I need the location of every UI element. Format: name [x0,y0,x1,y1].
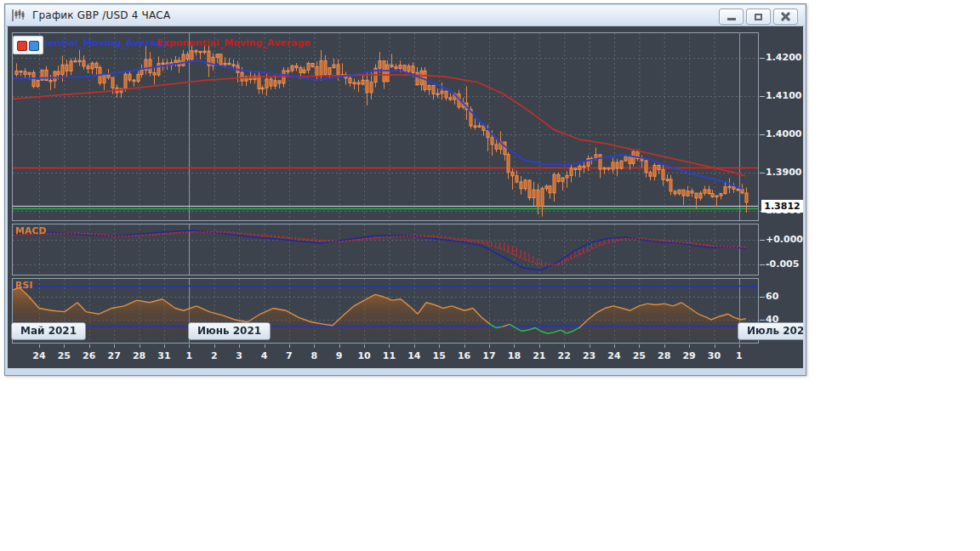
tick-mark [164,344,165,348]
month-label-1: Май 2021 [11,322,86,340]
title-bar[interactable]: График GBP /USD 4 ЧАСА [6,5,805,26]
tick-mark [214,344,215,348]
date-label: 16 [458,350,470,361]
tick-mark [339,344,340,348]
date-label: 30 [708,350,721,361]
tick-mark [239,344,240,348]
minimize-button[interactable] [719,9,744,25]
date-label: 2 [211,350,218,361]
date-label: 9 [336,350,343,361]
tick-mark [265,344,265,348]
rsi-label: RSI [15,280,33,291]
date-label: 4 [261,350,268,361]
date-label: 14 [407,350,420,361]
date-label: 25 [58,350,71,361]
macd-tick-label: +0.000 [766,234,803,245]
date-label: 29 [682,350,695,361]
maximize-icon [755,14,762,20]
tick-mark [739,344,740,348]
minimize-icon [727,18,736,20]
date-label: 1 [186,350,193,361]
tick-mark [189,344,190,348]
macd-label: MACD [15,225,47,236]
macd-panel: MACD [12,224,759,276]
date-label: 28 [658,350,670,361]
tick-mark [114,344,115,348]
date-label: 28 [133,350,145,361]
rsi-chart-canvas[interactable] [13,279,758,343]
tick-mark [414,344,415,348]
tick-mark [664,344,665,348]
date-label: 27 [108,350,121,361]
tick-mark [639,344,640,348]
indicator-toggle-box[interactable] [13,36,43,54]
blue-indicator-chip[interactable] [29,41,39,51]
date-label: 24 [607,350,620,361]
tick-mark [439,344,440,348]
month-label-2: Июнь 2021 [188,322,271,340]
date-label: 7 [286,350,293,361]
tick-mark [760,240,765,241]
tick-mark [389,344,390,348]
macd-tick-label: -0.005 [766,258,799,270]
price-chart-canvas[interactable] [13,33,758,220]
date-label: 18 [508,350,521,361]
tick-mark [514,344,515,348]
tick-mark [590,344,590,348]
tick-mark [39,344,40,348]
date-label: 31 [157,350,170,361]
price-tick-label: 1.4200 [766,52,801,63]
price-panel [12,32,759,221]
maximize-button[interactable] [746,9,771,25]
tick-mark [760,173,765,173]
tick-mark [689,344,690,348]
chart-window: График GBP /USD 4 ЧАСА Exponential_Movin… [4,3,806,376]
date-label: 10 [357,350,370,361]
tick-mark [715,344,715,348]
date-label: 25 [633,350,646,361]
tick-mark [539,344,540,348]
close-button[interactable] [773,9,798,25]
rsi-tick-label: 60 [766,291,778,302]
tick-mark [760,320,765,321]
tick-mark [140,344,140,348]
tick-mark [760,96,765,97]
chart-client-area: Exponential_Moving_Average Exponential_M… [8,26,803,368]
tick-mark [760,264,765,265]
date-label: 11 [383,350,396,361]
date-label: 21 [533,350,545,361]
rsi-panel: RSI [12,278,759,344]
close-icon [781,13,790,20]
date-label: 1 [736,350,743,361]
candlestick-app-icon [12,9,27,22]
red-indicator-chip[interactable] [17,41,27,51]
tick-mark [64,344,65,348]
legend-ema-slow-label: Exponential_Moving_Average [157,37,311,48]
tick-mark [760,58,765,59]
tick-mark [760,297,765,298]
tick-mark [614,344,615,348]
tick-mark [760,134,765,135]
tick-mark [564,344,565,348]
date-label: 17 [482,350,495,361]
tick-mark [89,344,90,348]
tick-mark [464,344,465,348]
window-title: График GBP /USD 4 ЧАСА [32,9,170,21]
date-label: 23 [583,350,595,361]
date-label: 24 [32,350,45,361]
price-tick-label: 1.4100 [766,90,801,101]
price-tick-label: 1.3900 [766,167,801,178]
macd-chart-canvas[interactable] [13,224,758,275]
current-price-badge: 1.3812 [761,200,803,213]
tick-mark [289,344,290,348]
month-label-3: Июль 2021 [738,322,803,340]
date-label: 3 [236,350,242,361]
tick-mark [314,344,315,348]
tick-mark [364,344,365,348]
date-label: 22 [558,350,571,361]
date-label: 26 [83,350,95,361]
price-tick-label: 1.4000 [766,128,801,139]
tick-mark [489,344,490,348]
date-label: 15 [433,350,446,361]
date-label: 8 [311,350,317,361]
